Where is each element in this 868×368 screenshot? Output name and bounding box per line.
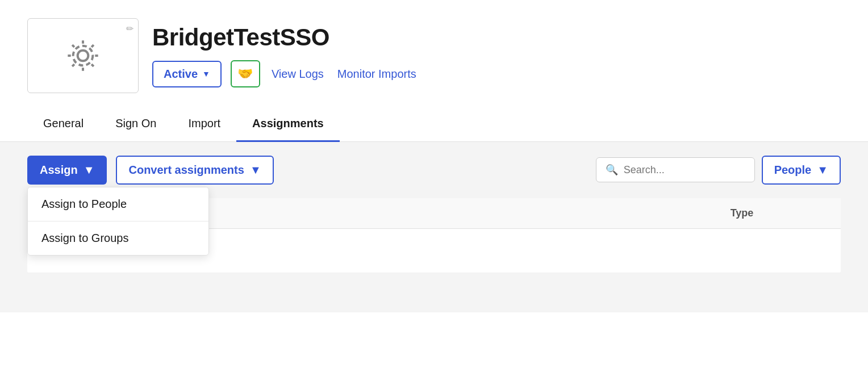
tabs-section: General Sign On Import Assignments — [0, 107, 868, 142]
convert-assignments-label: Convert assignments — [128, 164, 244, 177]
col-type-header: Type — [657, 207, 827, 219]
tab-assignments[interactable]: Assignments — [236, 107, 340, 142]
convert-assignments-button[interactable]: Convert assignments ▼ — [116, 156, 273, 185]
app-title: BridgetTestSSO — [152, 24, 419, 51]
header-section: ✏ BridgetTestSSO Active ▼ 🤝 View Logs Mo… — [0, 0, 868, 107]
header-info: BridgetTestSSO Active ▼ 🤝 View Logs Moni… — [152, 24, 419, 87]
app-logo-container: ✏ — [27, 18, 139, 93]
search-wrapper: 🔍 People ▼ — [596, 156, 841, 185]
edit-icon[interactable]: ✏ — [126, 23, 133, 34]
search-input[interactable] — [624, 164, 745, 176]
toolbar: Assign ▼ Assign to People Assign to Grou… — [27, 156, 841, 185]
chevron-down-icon: ▼ — [202, 69, 210, 78]
search-icon: 🔍 — [606, 164, 618, 176]
search-container: 🔍 — [596, 157, 755, 182]
assign-dropdown-area: Assign ▼ Assign to People Assign to Grou… — [27, 156, 107, 185]
gear-icon — [65, 37, 101, 74]
monitor-imports-button[interactable]: Monitor Imports — [335, 68, 419, 81]
people-chevron-icon: ▼ — [817, 164, 828, 177]
header-actions: Active ▼ 🤝 View Logs Monitor Imports — [152, 60, 419, 87]
svg-point-0 — [78, 51, 89, 61]
tab-sign-on[interactable]: Sign On — [99, 107, 172, 142]
status-button[interactable]: Active ▼ — [152, 61, 222, 87]
assign-chevron-icon: ▼ — [84, 164, 95, 177]
main-content: Assign ▼ Assign to People Assign to Grou… — [0, 142, 868, 312]
status-label: Active — [164, 68, 198, 81]
handshake-button[interactable]: 🤝 — [231, 60, 260, 87]
people-label: People — [774, 164, 812, 177]
assign-to-groups-item[interactable]: Assign to Groups — [28, 221, 208, 255]
tab-import[interactable]: Import — [172, 107, 236, 142]
svg-point-1 — [73, 46, 93, 66]
handshake-icon: 🤝 — [237, 66, 253, 81]
assign-dropdown-menu: Assign to People Assign to Groups — [27, 187, 209, 256]
assign-label: Assign — [40, 164, 78, 177]
people-button[interactable]: People ▼ — [762, 156, 841, 185]
tab-general[interactable]: General — [27, 107, 99, 142]
view-logs-button[interactable]: View Logs — [269, 68, 326, 81]
convert-chevron-icon: ▼ — [250, 164, 261, 177]
assign-to-people-item[interactable]: Assign to People — [28, 187, 208, 221]
assign-button[interactable]: Assign ▼ — [27, 156, 107, 185]
